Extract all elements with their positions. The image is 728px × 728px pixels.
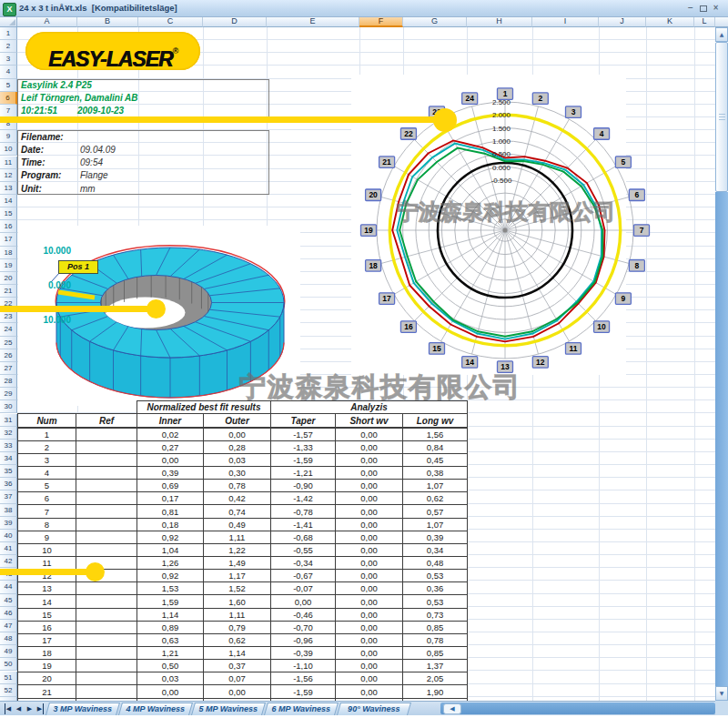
table-cell[interactable]: 0,00 <box>336 647 403 660</box>
row-header-15[interactable]: 15 <box>0 207 17 220</box>
table-cell[interactable]: 0,00 <box>336 453 403 466</box>
row-header-11[interactable]: 11 <box>0 157 17 169</box>
column-header-L[interactable]: L <box>694 16 715 27</box>
row-header-6[interactable]: 6 <box>0 92 17 105</box>
table-cell[interactable]: 1,37 <box>403 660 468 672</box>
table-cell[interactable]: 14 <box>18 595 76 608</box>
table-cell[interactable] <box>76 582 137 595</box>
table-cell[interactable]: 0,00 <box>336 595 403 608</box>
table-cell[interactable]: 1,17 <box>204 570 271 582</box>
table-cell[interactable] <box>76 440 137 453</box>
row-header-25[interactable]: 25 <box>0 337 17 349</box>
table-cell[interactable]: 13 <box>18 582 76 595</box>
table-cell[interactable]: 0,00 <box>204 685 271 698</box>
column-header-J[interactable]: J <box>599 16 646 27</box>
table-cell[interactable]: 1,14 <box>204 647 271 660</box>
table-cell[interactable] <box>76 505 137 518</box>
column-header-E[interactable]: E <box>267 16 359 27</box>
row-header-32[interactable]: 32 <box>0 427 17 440</box>
table-cell[interactable]: -0,07 <box>271 582 336 595</box>
table-cell[interactable]: 0,85 <box>403 647 468 660</box>
column-header-F[interactable]: F <box>359 16 403 27</box>
table-cell[interactable]: 0,81 <box>137 505 204 518</box>
row-header-42[interactable]: 42 <box>0 555 17 568</box>
table-cell[interactable]: 0,27 <box>137 440 204 453</box>
column-header-I[interactable]: I <box>532 16 599 27</box>
table-cell[interactable] <box>76 543 137 556</box>
table-cell[interactable]: 0,78 <box>403 633 468 646</box>
table-cell[interactable]: 0,78 <box>204 480 271 492</box>
table-cell[interactable] <box>76 480 137 492</box>
table-cell[interactable]: 0,69 <box>137 480 204 492</box>
table-cell[interactable]: 0,00 <box>336 570 403 582</box>
row-header-31[interactable]: 31 <box>0 414 17 427</box>
table-cell[interactable]: 0,79 <box>204 621 271 633</box>
table-cell[interactable]: 7 <box>18 505 76 518</box>
vscroll-down-arrow-icon[interactable]: ▼ <box>715 686 728 701</box>
table-cell[interactable]: 0,42 <box>204 492 271 505</box>
row-header-13[interactable]: 13 <box>0 182 17 195</box>
row-header-12[interactable]: 12 <box>0 169 17 182</box>
table-cell[interactable]: 0,03 <box>204 453 271 466</box>
row-header-39[interactable]: 39 <box>0 517 17 530</box>
table-cell[interactable]: 0,00 <box>336 660 403 672</box>
table-cell[interactable]: 0,00 <box>336 440 403 453</box>
table-cell[interactable]: 1,07 <box>403 480 468 492</box>
row-header-9[interactable]: 9 <box>0 130 17 143</box>
table-cell[interactable]: -1,56 <box>271 672 336 685</box>
table-cell[interactable]: 0,07 <box>204 672 271 685</box>
row-header-5[interactable]: 5 <box>0 79 17 92</box>
table-cell[interactable]: 19 <box>18 660 76 672</box>
row-header-35[interactable]: 35 <box>0 465 17 478</box>
table-cell[interactable]: 4 <box>18 467 76 480</box>
table-cell[interactable]: 0,00 <box>336 505 403 518</box>
table-cell[interactable]: 0,17 <box>137 492 204 505</box>
column-header-B[interactable]: B <box>77 16 138 27</box>
next-sheet-button[interactable]: ▶ <box>25 703 35 714</box>
table-cell[interactable]: 0,92 <box>137 570 204 582</box>
select-all-corner[interactable] <box>0 16 17 27</box>
table-cell[interactable]: 3 <box>18 453 76 466</box>
table-cell[interactable]: 0,89 <box>137 621 204 633</box>
table-cell[interactable]: 1,53 <box>137 582 204 595</box>
table-cell[interactable]: 0,00 <box>137 453 204 466</box>
row-header-27[interactable]: 27 <box>0 362 17 375</box>
table-cell[interactable]: -1,59 <box>271 685 336 698</box>
last-sheet-button[interactable]: ▶ <box>35 703 46 714</box>
table-cell[interactable]: 1,14 <box>137 608 204 621</box>
row-header-36[interactable]: 36 <box>0 478 17 490</box>
table-cell[interactable]: 0,36 <box>403 582 468 595</box>
row-header-45[interactable]: 45 <box>0 594 17 607</box>
table-cell[interactable] <box>76 467 137 480</box>
table-cell[interactable]: 0,39 <box>137 467 204 480</box>
table-cell[interactable]: 0,00 <box>336 672 403 685</box>
table-cell[interactable]: 1,52 <box>204 582 271 595</box>
table-cell[interactable] <box>76 453 137 466</box>
table-cell[interactable]: 2,05 <box>403 672 468 685</box>
table-cell[interactable]: 20 <box>18 672 76 685</box>
table-cell[interactable]: 0,00 <box>336 428 403 441</box>
table-cell[interactable]: -1,41 <box>271 518 336 531</box>
minimize-button[interactable]: − <box>684 4 696 13</box>
table-cell[interactable]: 9 <box>18 531 76 543</box>
row-header-38[interactable]: 38 <box>0 504 17 517</box>
table-cell[interactable]: 16 <box>18 621 76 633</box>
table-cell[interactable]: 1,21 <box>137 647 204 660</box>
table-cell[interactable]: 1,60 <box>204 595 271 608</box>
column-header-C[interactable]: C <box>138 16 203 27</box>
table-col-header-inner[interactable]: Inner <box>137 414 204 428</box>
row-header-18[interactable]: 18 <box>0 247 17 259</box>
table-cell[interactable]: 0,00 <box>336 557 403 570</box>
table-cell[interactable]: 0,57 <box>403 505 468 518</box>
table-cell[interactable]: -1,57 <box>271 428 336 441</box>
table-cell[interactable]: -1,10 <box>271 660 336 672</box>
row-header-3[interactable]: 3 <box>0 53 17 66</box>
row-header-1[interactable]: 1 <box>0 27 17 40</box>
table-cell[interactable]: 0,45 <box>403 453 468 466</box>
table-col-header-taper[interactable]: Taper <box>271 414 336 428</box>
vscroll-thumb[interactable] <box>715 42 728 192</box>
table-cell[interactable]: 0,00 <box>336 633 403 646</box>
table-cell[interactable]: -0,78 <box>271 505 336 518</box>
table-cell[interactable]: 15 <box>18 608 76 621</box>
table-cell[interactable]: 0,28 <box>204 440 271 453</box>
